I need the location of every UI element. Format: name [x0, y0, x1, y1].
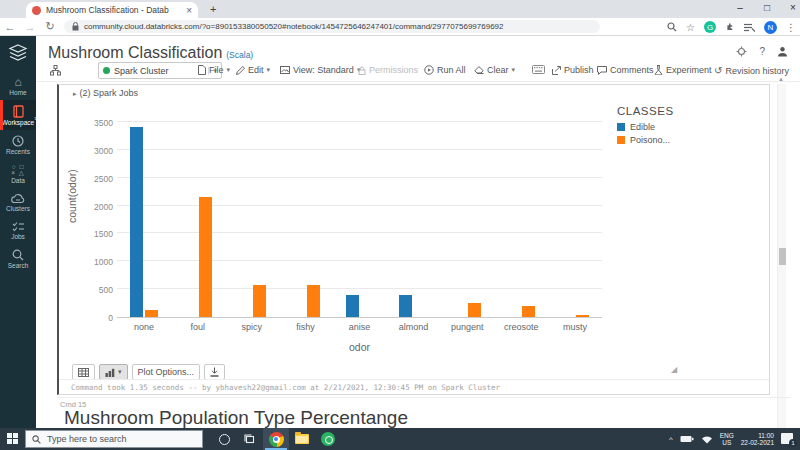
bar-group-almond: [386, 295, 440, 317]
extensions-puzzle-icon[interactable]: [725, 22, 735, 32]
network-wifi-icon[interactable]: [701, 435, 713, 444]
menu-permissions[interactable]: Permissions: [358, 65, 418, 75]
shortcuts-keyboard-icon[interactable]: [532, 65, 545, 74]
system-tray: ^ ENG US 11:00 22-02-2021 1: [669, 432, 800, 447]
legend-label: Edible: [630, 122, 655, 132]
sidebar-item-home[interactable]: ⌂ Home: [0, 72, 36, 100]
history-icon: ↺: [714, 65, 722, 76]
plot-buttons: ▾ Plot Options...: [72, 364, 225, 380]
publish-button[interactable]: Publish: [552, 65, 594, 75]
cortana-button[interactable]: [211, 428, 237, 450]
download-icon: [210, 367, 219, 377]
download-plot-button[interactable]: [204, 364, 225, 380]
legend-item-Poisono...[interactable]: Poisono...: [617, 135, 674, 145]
notebook-cell[interactable]: ▸(2) Spark Jobs count(odor) 050010001500…: [57, 84, 770, 395]
scrollbar-thumb[interactable]: [779, 248, 786, 265]
sitemap-icon[interactable]: [50, 65, 61, 76]
tab-title: Mushroom Classification - Datab: [46, 5, 181, 15]
clusters-cloud-icon: [11, 193, 25, 204]
window-minimize-button[interactable]: –: [730, 2, 750, 13]
show-chart-button[interactable]: ▾: [99, 364, 128, 380]
show-table-button[interactable]: [72, 364, 95, 380]
notebook-toolbar: Spark Cluster ▾ File▾ Edit▾ View: Standa…: [36, 62, 800, 82]
experiment-flask-icon: [654, 65, 663, 75]
run-all-button[interactable]: Run All: [424, 65, 466, 75]
battery-icon[interactable]: [680, 435, 694, 443]
x-axis-title: odor: [117, 341, 602, 353]
action-center-button[interactable]: 1: [781, 433, 794, 445]
scroll-up-icon[interactable]: ▲: [778, 76, 784, 82]
bar-group-creosote: [494, 306, 548, 317]
notebook-language[interactable]: (Scala): [226, 50, 253, 60]
windows-logo-icon: [7, 433, 19, 445]
taskbar-chrome-button[interactable]: [263, 428, 289, 450]
settings-gear-icon[interactable]: [736, 46, 747, 57]
legend-item-Edible[interactable]: Edible: [617, 122, 674, 132]
browser-menu-icon[interactable]: ⋮: [786, 22, 796, 33]
bar-group-pungent: [440, 303, 494, 317]
sidebar-item-workspace[interactable]: Workspace ›: [0, 100, 36, 130]
experiment-button[interactable]: Experiment: [654, 65, 712, 75]
x-tick-label: pungent: [440, 322, 494, 332]
bar-group-fishy: [279, 285, 333, 317]
help-icon[interactable]: ?: [759, 46, 765, 57]
x-tick-label: almond: [386, 322, 440, 332]
search-icon: [12, 249, 24, 261]
lock-icon: [72, 22, 79, 31]
url-field[interactable]: community.cloud.databricks.com/?o=890153…: [64, 20, 600, 33]
grammarly-extension-icon[interactable]: G: [704, 21, 716, 33]
screen: Mushroom Classification - Datab × + – □ …: [0, 0, 800, 450]
tab-close-icon[interactable]: ×: [186, 5, 192, 16]
x-tick-label: creosote: [494, 322, 548, 332]
plot-options-button[interactable]: Plot Options...: [132, 364, 201, 380]
forward-icon[interactable]: →: [20, 21, 40, 33]
spark-jobs-toggle[interactable]: ▸(2) Spark Jobs: [73, 88, 138, 98]
language-indicator[interactable]: ENG US: [720, 432, 734, 447]
sidebar-item-recents[interactable]: Recents: [0, 130, 36, 159]
back-icon[interactable]: ←: [0, 21, 20, 33]
menu-view[interactable]: View: Standard▾: [280, 65, 360, 75]
taskbar-search-input[interactable]: Type here to search: [25, 430, 203, 448]
run-all-icon: [424, 65, 434, 75]
task-view-button[interactable]: [237, 428, 263, 450]
browser-profile-avatar[interactable]: N: [764, 21, 777, 34]
sidebar-item-data[interactable]: ○ □ × △ Data: [0, 159, 36, 188]
sidebar-item-clusters[interactable]: Clusters: [0, 188, 36, 216]
new-tab-button[interactable]: +: [210, 3, 216, 15]
urlbar-right-icons: ☆ G N ⋮: [667, 18, 796, 36]
legend-swatch: [617, 123, 625, 131]
file-explorer-button[interactable]: [289, 428, 315, 450]
notebook-scrollbar[interactable]: [777, 84, 786, 428]
menu-file[interactable]: File▾: [198, 65, 230, 75]
chart-legend: CLASSES EdiblePoisono...: [617, 105, 674, 148]
browser-tab[interactable]: Mushroom Classification - Datab ×: [26, 2, 198, 18]
window-maximize-button[interactable]: □: [757, 2, 777, 13]
task-view-icon: [244, 434, 256, 445]
refresh-icon[interactable]: ↻: [40, 20, 60, 33]
tray-expand-icon[interactable]: ^: [669, 435, 673, 444]
revision-history-button[interactable]: ↺ Revision history: [714, 65, 789, 76]
bar-Edible-none: [130, 127, 143, 317]
comments-button[interactable]: Comments: [597, 65, 654, 75]
sidebar-item-jobs[interactable]: Jobs: [0, 216, 36, 244]
start-button[interactable]: [0, 433, 25, 445]
taskbar-clock[interactable]: 11:00 22-02-2021: [741, 432, 774, 447]
home-icon: ⌂: [14, 77, 21, 88]
zoom-icon[interactable]: [667, 22, 677, 32]
databricks-logo[interactable]: [8, 44, 28, 62]
window-close-button[interactable]: ×: [783, 2, 800, 13]
markdown-heading[interactable]: Mushroom Population Type Percentange: [64, 407, 408, 429]
user-profile-icon[interactable]: [777, 46, 788, 57]
resize-grip-icon[interactable]: ◢: [671, 365, 677, 374]
menu-edit[interactable]: Edit▾: [236, 65, 270, 75]
clear-button[interactable]: Clear▾: [474, 65, 515, 75]
reading-list-icon[interactable]: [744, 23, 755, 32]
workspace-expand-icon[interactable]: ›: [34, 114, 37, 123]
x-tick-label: fishy: [279, 322, 333, 332]
x-tick-label: none: [117, 322, 171, 332]
sidebar-item-search[interactable]: Search: [0, 244, 36, 273]
url-text: community.cloud.databricks.com/?o=890153…: [84, 22, 504, 31]
messaging-app-button[interactable]: [315, 428, 341, 450]
bookmark-star-icon[interactable]: ☆: [686, 22, 695, 33]
x-tick-label: foul: [171, 322, 225, 332]
